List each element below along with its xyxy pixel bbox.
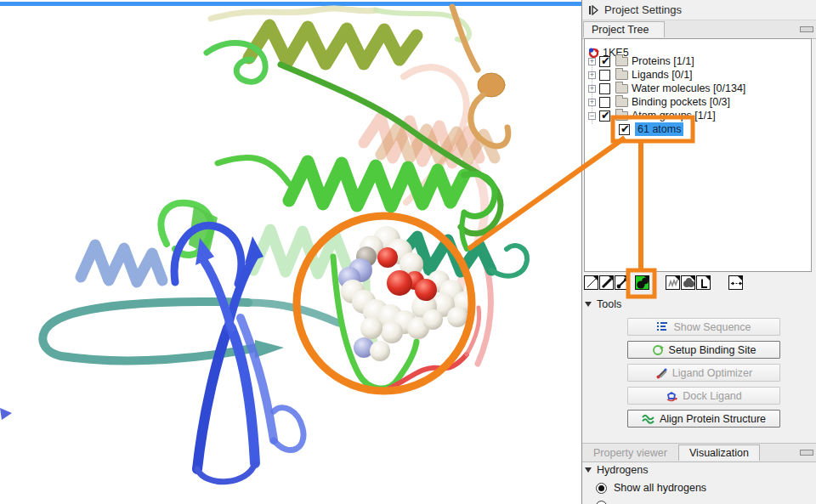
tree-selected-label[interactable]: 61 atoms <box>635 122 683 136</box>
tab-visualization-label: Visualization <box>689 447 749 459</box>
tree-item-label[interactable]: Water molecules [0/134] <box>632 82 745 94</box>
space-filling-icon[interactable] <box>635 275 649 290</box>
tree-row-water-molecules[interactable]: + ✔ Water molecules [0/134] <box>588 82 745 95</box>
project-settings-panel: Project Settings Project Tree 1KE5 <box>581 0 816 504</box>
sequence-icon <box>656 321 668 332</box>
tools-section-header[interactable]: Tools <box>585 298 621 310</box>
checkbox-61-atoms[interactable]: ✔ <box>619 124 630 135</box>
wireframe-icon[interactable] <box>584 275 598 290</box>
panel-minimize-handle[interactable] <box>800 26 813 32</box>
radio-icon[interactable] <box>596 483 607 494</box>
align-protein-structure-button[interactable]: Align Protein Structure <box>627 410 780 428</box>
tree-item-label[interactable]: Atom groups [1/1] <box>632 110 716 122</box>
tab-project-tree[interactable]: Project Tree <box>583 21 665 37</box>
radio-show-all-hydrogens[interactable]: Show all hydrogens <box>596 482 706 494</box>
tree-tabstrip: Project Tree <box>582 20 816 39</box>
tree-item-label[interactable]: Ligands [0/1] <box>632 69 693 81</box>
bottom-tabstrip: Property viewer Visualization <box>582 443 816 462</box>
checkbox-ligands[interactable]: ✔ <box>599 70 610 81</box>
checkbox-binding-pockets[interactable]: ✔ <box>599 97 610 108</box>
tab-project-tree-label: Project Tree <box>592 24 649 36</box>
label-icon[interactable] <box>696 275 711 290</box>
protein-structure-1ke5 <box>0 0 581 504</box>
dock-ligand-button[interactable]: Dock Ligand <box>627 387 780 405</box>
ligand-optimizer-button[interactable]: Ligand Optimizer <box>627 364 780 382</box>
tools-header-label: Tools <box>597 298 621 310</box>
tree-row-61-atoms[interactable]: ✔ 61 atoms <box>619 122 683 136</box>
show-sequence-button[interactable]: Show Sequence <box>627 318 780 336</box>
align-protein-structure-label: Align Protein Structure <box>660 413 766 425</box>
collapse-triangle-icon <box>585 467 592 473</box>
stick-icon[interactable] <box>599 275 614 290</box>
backbone-icon[interactable] <box>666 275 680 290</box>
folder-icon <box>615 84 628 93</box>
tree-item-label[interactable]: Proteins [1/1] <box>632 55 694 67</box>
expander-icon[interactable]: + <box>588 71 596 79</box>
tree-row-atom-groups[interactable]: − ✔ Atom groups [1/1] <box>588 109 716 122</box>
tab-property-viewer[interactable]: Property viewer <box>583 445 677 461</box>
folder-icon <box>615 57 628 66</box>
setup-binding-site-button[interactable]: Setup Binding Site <box>627 341 780 359</box>
radio-partial[interactable] <box>596 501 607 504</box>
tree-row-ligands[interactable]: + ✔ Ligands [0/1] <box>588 68 693 82</box>
folder-icon <box>615 98 628 107</box>
expander-icon[interactable]: + <box>588 85 596 93</box>
checkbox-water[interactable]: ✔ <box>599 83 610 94</box>
panel-collapse-icon <box>588 5 598 15</box>
radio-show-all-hydrogens-label: Show all hydrogens <box>614 482 706 494</box>
dock-ligand-icon <box>666 390 677 402</box>
molecule-viewer[interactable] <box>0 0 581 504</box>
hydrogens-section-header[interactable]: Hydrogens <box>585 464 648 476</box>
show-sequence-label: Show Sequence <box>673 321 751 333</box>
ligand-optimizer-label: Ligand Optimizer <box>672 367 753 379</box>
panel-title: Project Settings <box>604 3 682 16</box>
tab-property-viewer-label: Property viewer <box>593 447 667 459</box>
measure-distance-icon[interactable] <box>728 275 743 290</box>
collapse-triangle-icon <box>585 302 592 307</box>
binding-site-icon <box>652 344 664 356</box>
hydrogens-header-label: Hydrogens <box>597 464 648 476</box>
setup-binding-site-label: Setup Binding Site <box>669 344 756 356</box>
panel-header[interactable]: Project Settings <box>582 0 816 20</box>
expander-icon[interactable]: + <box>588 99 596 106</box>
tab-visualization[interactable]: Visualization <box>678 445 760 461</box>
align-structure-icon <box>642 413 654 424</box>
ball-and-stick-icon[interactable] <box>615 275 629 290</box>
app-window: Project Settings Project Tree 1KE5 <box>0 0 816 504</box>
project-tree: 1KE5 + ✔ Proteins [1/1] + ✔ Ligands [0/1… <box>584 38 812 272</box>
folder-open-icon <box>615 111 628 121</box>
expander-icon[interactable]: + <box>588 58 596 65</box>
expander-icon[interactable]: − <box>588 112 596 120</box>
folder-icon <box>615 71 628 80</box>
dock-ligand-label: Dock Ligand <box>683 390 742 402</box>
checkbox-proteins[interactable]: ✔ <box>599 56 610 67</box>
surface-icon[interactable] <box>681 275 695 290</box>
tree-row-binding-pockets[interactable]: + ✔ Binding pockets [0/3] <box>588 95 730 109</box>
ligand-optimizer-icon <box>655 367 667 379</box>
checkbox-atom-groups[interactable]: ✔ <box>599 110 610 122</box>
tree-row-proteins[interactable]: + ✔ Proteins [1/1] <box>588 54 694 68</box>
panel-minimize-handle[interactable] <box>800 450 813 456</box>
tree-item-label[interactable]: Binding pockets [0/3] <box>632 96 730 108</box>
radio-icon[interactable] <box>596 501 607 504</box>
